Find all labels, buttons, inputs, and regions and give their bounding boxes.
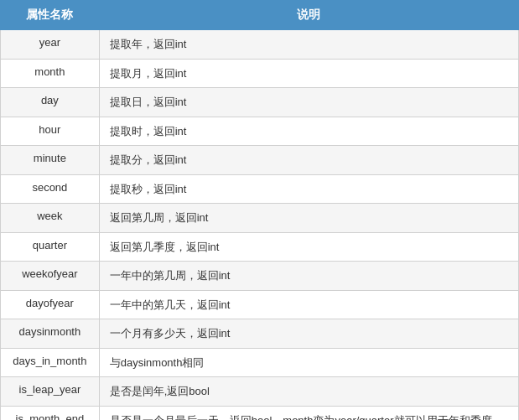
table-row: second提取秒，返回int	[1, 174, 519, 204]
table-row: hour提取时，返回int	[1, 117, 519, 146]
attr-desc-cell: 返回第几周，返回int	[99, 204, 518, 233]
attr-name-cell: month	[1, 59, 100, 88]
attr-desc-cell: 提取分，返回int	[99, 146, 518, 175]
table-row: is_leap_year是否是闰年,返回bool	[1, 377, 519, 407]
attributes-table: 属性名称 说明 year提取年，返回intmonth提取月，返回intday提取…	[0, 0, 519, 420]
attr-desc-cell: 是否是闰年,返回bool	[99, 377, 518, 407]
table-row: month提取月，返回int	[1, 59, 519, 88]
attr-name-cell: second	[1, 174, 100, 204]
table-row: is_month_end是否是一个月最后一天，返回bool，month变为yea…	[1, 406, 519, 420]
attr-desc-cell: 与daysinmonth相同	[99, 348, 518, 377]
attr-desc-cell: 一个月有多少天，返回int	[99, 319, 518, 349]
table-row: dayofyear一年中的第几天，返回int	[1, 290, 519, 319]
attr-name-cell: year	[1, 30, 100, 60]
table-row: minute提取分，返回int	[1, 146, 519, 175]
attr-desc-cell: 一年中的第几天，返回int	[99, 290, 518, 319]
header-attr-desc: 说明	[99, 1, 518, 30]
attr-name-cell: weekofyear	[1, 262, 100, 291]
attr-name-cell: dayofyear	[1, 290, 100, 319]
attr-name-cell: quarter	[1, 232, 100, 262]
attr-name-cell: week	[1, 204, 100, 233]
table-row: days_in_month与daysinmonth相同	[1, 348, 519, 377]
attr-desc-cell: 提取日，返回int	[99, 88, 518, 117]
attr-name-cell: is_month_end	[1, 406, 100, 420]
table-row: quarter返回第几季度，返回int	[1, 232, 519, 262]
attr-name-cell: minute	[1, 146, 100, 175]
attr-desc-cell: 提取秒，返回int	[99, 174, 518, 204]
attr-desc-cell: 提取月，返回int	[99, 59, 518, 88]
table-row: week返回第几周，返回int	[1, 204, 519, 233]
table-row: daysinmonth一个月有多少天，返回int	[1, 319, 519, 349]
table-row: day提取日，返回int	[1, 88, 519, 117]
header-attr-name: 属性名称	[1, 1, 100, 30]
attr-name-cell: hour	[1, 117, 100, 146]
attr-desc-cell: 提取年，返回int	[99, 30, 518, 60]
attr-name-cell: daysinmonth	[1, 319, 100, 349]
attr-name-cell: days_in_month	[1, 348, 100, 377]
attr-desc-cell: 一年中的第几周，返回int	[99, 262, 518, 291]
attr-desc-cell: 是否是一个月最后一天，返回bool，month变为year/quarter就可以…	[99, 406, 518, 420]
attr-desc-cell: 提取时，返回int	[99, 117, 518, 146]
attr-desc-cell: 返回第几季度，返回int	[99, 232, 518, 262]
attr-name-cell: day	[1, 88, 100, 117]
attr-name-cell: is_leap_year	[1, 377, 100, 407]
table-row: weekofyear一年中的第几周，返回int	[1, 262, 519, 291]
table-row: year提取年，返回int	[1, 30, 519, 60]
